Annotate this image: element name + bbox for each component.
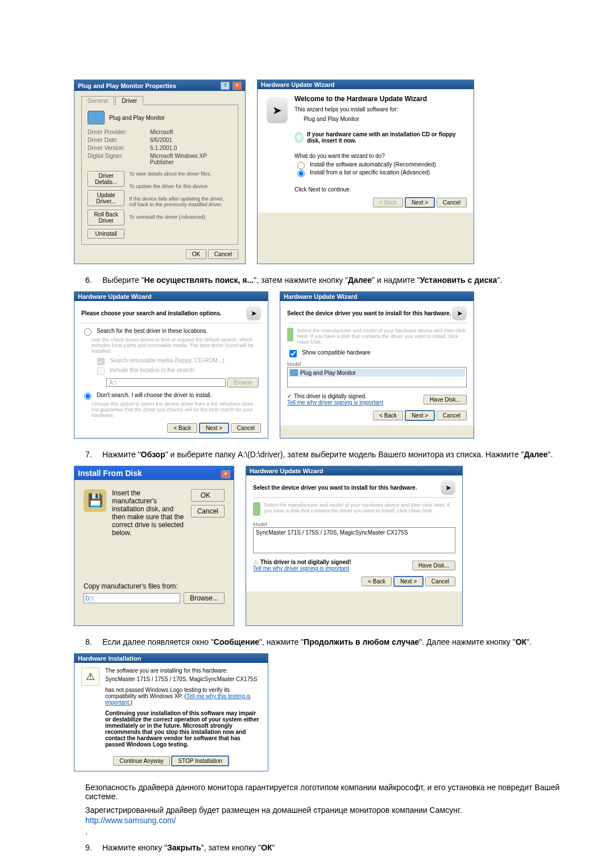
wizard-device: Plug and Play Monitor [304,116,467,122]
back-button[interactable]: < Back [167,423,197,433]
ok-button[interactable]: OK [191,489,225,502]
back-button[interactable]: < Back [362,577,392,586]
signer-label: Digital Signer: [88,153,150,165]
back-button[interactable]: < Back [373,198,403,207]
step-number: 6. [85,276,102,285]
samsung-url-link[interactable]: http://www.samsung.com/ [85,816,176,825]
continue-anyway-button[interactable]: Continue Anyway [113,756,169,766]
wizard-select-driver-2-dialog: Hardware Update Wizard Select the device… [246,466,463,626]
wizard-arrow-icon: ➤ [452,306,467,320]
have-disk-button[interactable]: Have Disk... [412,561,455,570]
radio-auto[interactable] [297,162,305,169]
instruction-text: Insert the manufacturer's installation d… [112,489,185,537]
chk-include [97,368,105,375]
radio-dont-search[interactable] [84,393,92,400]
wizard-arrow-icon: ➤ [441,480,455,495]
cd-icon [294,132,304,143]
cancel-button[interactable]: Cancel [437,411,467,420]
uninstall-button[interactable]: Uninstall [88,229,125,239]
cd-hint: If your hardware came with an installati… [307,131,467,144]
title-text: Hardware Installation [78,655,141,662]
titlebar: Plug and Play Monitor Properties ? × [74,80,245,91]
help-icon[interactable]: ? [221,82,230,90]
tell-me-why-link[interactable]: Tell me why driver signing is important [253,565,349,571]
title-text: Hardware Update Wizard [261,81,335,88]
search-help: Use the check boxes below to limit or ex… [92,337,261,354]
close-icon[interactable]: × [233,82,242,90]
title-text: Hardware Update Wizard [78,293,152,300]
step-text: Нажмите "Обзор" и выберите папку A:\(D:\… [102,450,574,459]
window-controls: × [220,468,230,478]
wizard-arrow-icon: ➤ [246,306,261,320]
next-button[interactable]: Next > [199,423,229,433]
next-hint: Click Next to continue. [294,186,467,193]
footer-paragraph-2: Зарегистрированный драйвер будет размеще… [85,806,574,815]
dialog-row-step7: Install From Disk × 💾 Insert the manufac… [74,466,574,626]
next-button[interactable]: Next > [393,576,424,587]
signed-icon: ✔ [287,393,292,399]
step-number: 8. [85,637,102,646]
cancel-button[interactable]: Cancel [208,249,238,259]
install-from-disk-dialog: Install From Disk × 💾 Insert the manufac… [74,466,234,626]
signer-value: Microsoft Windows XP Publisher [150,153,232,165]
warning-icon: ⚠ [81,667,99,686]
browse-button[interactable]: Browse... [184,592,225,604]
dont-help: Choose this option to select the device … [92,401,261,418]
title-text: Install From Disk [78,469,142,478]
dialog-row-step8: Hardware Installation ⚠ The software you… [74,653,574,771]
item-label: SyncMaster 171S / 175S / 170S, MagicSync… [256,529,408,536]
rollback-driver-button[interactable]: Roll Back Driver [88,210,125,226]
titlebar: Hardware Update Wizard [258,80,474,89]
monitor-icon [290,369,298,376]
browse-button[interactable]: Browse [227,378,259,387]
chk-compat-label: Show compatible hardware [302,349,371,356]
radio-search[interactable] [84,328,92,336]
tab-driver[interactable]: Driver [115,96,143,105]
title-text: Hardware Update Wizard [284,293,358,300]
list-item[interactable]: SyncMaster 171S / 175S / 170S, MagicSync… [255,529,454,536]
cancel-button[interactable]: Cancel [437,198,467,207]
help-text: Select the manufacturer and model of you… [264,502,455,516]
disk-icon: 💾 [84,489,106,512]
radio-list-label: Install from a list or specific location… [310,169,430,176]
next-button[interactable]: Next > [405,410,435,421]
next-button[interactable]: Next > [405,197,435,208]
update-driver-button[interactable]: Update Driver... [88,190,125,206]
driver-details-button[interactable]: Driver Details... [88,171,125,187]
stop-installation-button[interactable]: STOP Installation [171,756,229,766]
model-listbox[interactable]: Plug and Play Monitor [287,367,467,387]
path-input[interactable]: D:\ [84,593,180,603]
model-listbox[interactable]: SyncMaster 171S / 175S / 170S, MagicSync… [253,527,455,553]
close-icon[interactable]: × [221,470,230,478]
wizard-arrow-icon: ➤ [267,97,288,123]
step-6: 6. Выберите "Не осуществлять поиск, я...… [85,276,574,285]
step-text: Выберите "Не осуществлять поиск, я...", … [102,276,574,285]
radio-search-label: Search for the best driver in these loca… [97,328,208,334]
line1: The software you are installing for this… [105,667,261,674]
cancel-button[interactable]: Cancel [425,577,455,586]
back-button[interactable]: < Back [373,411,403,420]
cancel-button[interactable]: Cancel [231,423,261,433]
bold-warning: Continuing your installation of this sof… [105,710,259,748]
step-8: 8. Если далее появляется окно "Сообщение… [85,637,574,646]
signed-text: This driver is digitally signed. [294,393,367,399]
path-select[interactable]: A:\ [106,378,226,387]
radio-list[interactable] [297,170,305,177]
item-label: Plug and Play Monitor [300,370,356,376]
wizard-select-driver-dialog: Hardware Update Wizard Select the device… [280,291,474,439]
cancel-button[interactable]: Cancel [191,505,225,518]
document-page: Plug and Play Monitor Properties ? × Gen… [0,0,614,868]
have-disk-button[interactable]: Have Disk... [424,395,467,404]
date-value: 6/6/2001 [150,137,172,143]
chk-compat[interactable] [289,350,297,357]
title-text: Plug and Play Monitor Properties [78,82,176,89]
radio-auto-label: Install the software automatically (Reco… [310,161,436,168]
tab-general[interactable]: General [81,96,114,105]
chip-icon [287,328,293,341]
wizard-intro: This wizard helps you install software f… [294,106,467,112]
version-label: Driver Version: [88,145,150,151]
ok-button[interactable]: OK [186,249,206,259]
list-item[interactable]: Plug and Play Monitor [289,369,465,377]
chk-removable-label: Search removable media (floppy, CD-ROM..… [110,357,225,364]
tell-me-why-link[interactable]: Tell me why driver signing is important [287,399,383,406]
